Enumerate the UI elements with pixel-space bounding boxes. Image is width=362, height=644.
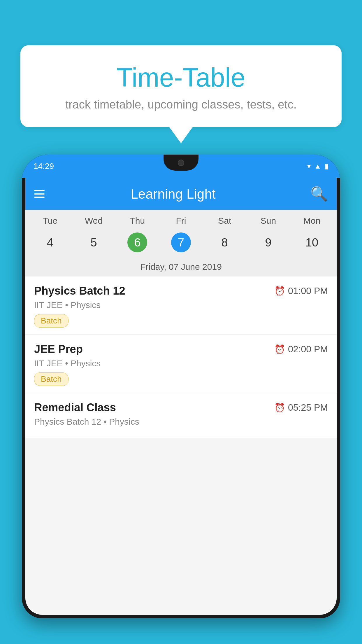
date-7[interactable]: 7 xyxy=(159,230,203,255)
page-title: Time-Table xyxy=(38,63,324,93)
date-5[interactable]: 5 xyxy=(72,234,116,251)
batch-badge-2: Batch xyxy=(34,372,68,386)
notch-cutout xyxy=(164,155,198,171)
page-subtitle: track timetable, upcoming classes, tests… xyxy=(38,98,324,111)
date-6-today[interactable]: 6 xyxy=(127,232,147,252)
phone-screen: Learning Light 🔍 Tue Wed Thu Fri Sat Sun… xyxy=(25,178,337,615)
day-wed: Wed xyxy=(72,216,116,226)
schedule-item-1-time-text: 01:00 PM xyxy=(288,286,328,296)
schedule-item-1-title: Physics Batch 12 xyxy=(34,285,125,297)
schedule-item-3-time-text: 05:25 PM xyxy=(288,402,328,413)
schedule-item-3-time: ⏰ 05:25 PM xyxy=(274,402,328,413)
camera xyxy=(178,160,184,166)
day-headers: Tue Wed Thu Fri Sat Sun Mon xyxy=(25,210,337,228)
clock-icon-1: ⏰ xyxy=(274,286,285,296)
phone-container: 14:29 ▾ ▲ ▮ Learning Light 🔍 xyxy=(22,155,340,644)
schedule-item-3-title: Remedial Class xyxy=(34,401,116,414)
clock-icon-2: ⏰ xyxy=(274,344,285,354)
date-row: 4 5 6 7 8 9 10 xyxy=(25,228,337,260)
battery-icon: ▮ xyxy=(325,162,328,170)
wifi-icon: ▾ xyxy=(307,162,311,170)
day-thu: Thu xyxy=(115,216,159,226)
day-fri: Fri xyxy=(159,216,203,226)
date-8[interactable]: 8 xyxy=(203,234,247,251)
schedule-item-2-time-text: 02:00 PM xyxy=(288,344,328,355)
date-9[interactable]: 9 xyxy=(247,234,290,251)
schedule-item-1-subtitle: IIT JEE • Physics xyxy=(34,300,328,310)
hamburger-menu-button[interactable] xyxy=(34,190,45,198)
speech-bubble-arrow xyxy=(169,127,193,143)
day-sat: Sat xyxy=(203,216,247,226)
schedule-item-1-header: Physics Batch 12 ⏰ 01:00 PM xyxy=(34,285,328,297)
app-bar: Learning Light 🔍 xyxy=(25,178,337,210)
schedule-item-2-title: JEE Prep xyxy=(34,343,83,356)
batch-badge-1: Batch xyxy=(34,314,68,328)
date-7-selected[interactable]: 7 xyxy=(171,232,191,252)
date-10[interactable]: 10 xyxy=(290,234,334,251)
clock-icon-3: ⏰ xyxy=(274,402,285,413)
day-mon: Mon xyxy=(290,216,334,226)
search-icon[interactable]: 🔍 xyxy=(310,186,328,202)
schedule-item-3[interactable]: Remedial Class ⏰ 05:25 PM Physics Batch … xyxy=(25,393,337,438)
day-sun: Sun xyxy=(247,216,290,226)
status-icons: ▾ ▲ ▮ xyxy=(307,162,328,170)
schedule-item-3-header: Remedial Class ⏰ 05:25 PM xyxy=(34,401,328,414)
selected-date-label: Friday, 07 June 2019 xyxy=(25,260,337,276)
speech-bubble-container: Time-Table track timetable, upcoming cla… xyxy=(20,45,342,143)
speech-bubble-card: Time-Table track timetable, upcoming cla… xyxy=(20,45,342,127)
schedule-item-2[interactable]: JEE Prep ⏰ 02:00 PM IIT JEE • Physics Ba… xyxy=(25,335,337,393)
schedule-item-2-header: JEE Prep ⏰ 02:00 PM xyxy=(34,343,328,356)
date-6[interactable]: 6 xyxy=(115,230,159,255)
schedule-item-2-time: ⏰ 02:00 PM xyxy=(274,344,328,355)
schedule-item-3-subtitle: Physics Batch 12 • Physics xyxy=(34,417,328,427)
schedule-item-1-time: ⏰ 01:00 PM xyxy=(274,286,328,296)
hamburger-line-1 xyxy=(34,190,45,191)
schedule-item-2-subtitle: IIT JEE • Physics xyxy=(34,358,328,368)
date-4[interactable]: 4 xyxy=(28,234,72,251)
day-tue: Tue xyxy=(28,216,72,226)
phone-frame: 14:29 ▾ ▲ ▮ Learning Light 🔍 xyxy=(22,155,340,618)
app-title: Learning Light xyxy=(53,186,293,202)
hamburger-line-2 xyxy=(34,193,45,195)
signal-icon: ▲ xyxy=(314,162,321,170)
hamburger-line-3 xyxy=(34,197,45,198)
schedule-list: Physics Batch 12 ⏰ 01:00 PM IIT JEE • Ph… xyxy=(25,276,337,438)
calendar-section: Tue Wed Thu Fri Sat Sun Mon 4 5 6 7 xyxy=(25,210,337,276)
schedule-item-1[interactable]: Physics Batch 12 ⏰ 01:00 PM IIT JEE • Ph… xyxy=(25,276,337,335)
status-time: 14:29 xyxy=(34,162,54,171)
